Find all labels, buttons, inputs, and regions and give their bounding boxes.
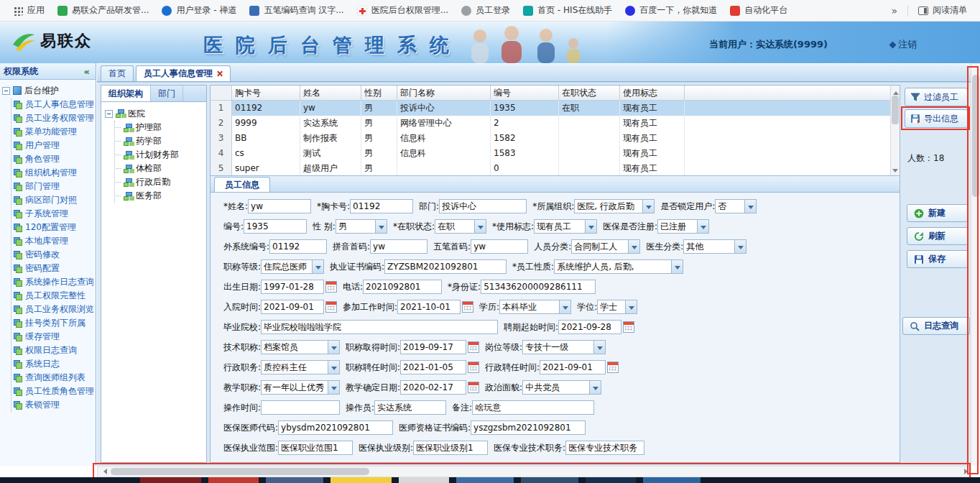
sidebar-item[interactable]: 员工权限完整性: [14, 289, 93, 303]
sidebar-item[interactable]: 密码配置: [14, 262, 93, 275]
column-header[interactable]: 部门名称: [397, 86, 491, 100]
column-header[interactable]: 胸卡号: [232, 86, 300, 100]
taskbar-window-preview[interactable]: [266, 477, 323, 483]
bookmark-item[interactable]: 百度一下，你就知道: [619, 2, 723, 19]
column-header[interactable]: 在职状态: [559, 86, 620, 100]
page-vertical-scrollbar[interactable]: [971, 63, 980, 466]
table-vertical-scrollbar[interactable]: [890, 86, 900, 175]
dropdown-arrow-icon[interactable]: [375, 220, 387, 233]
dropdown-arrow-icon[interactable]: [628, 240, 639, 253]
dropdown-arrow-icon[interactable]: [328, 361, 339, 374]
column-header[interactable]: 性别: [361, 86, 397, 100]
text-input[interactable]: [471, 239, 528, 254]
combo-field[interactable]: 中共党员: [522, 380, 601, 395]
date-input[interactable]: [400, 340, 466, 354]
dropdown-arrow-icon[interactable]: [585, 220, 596, 233]
table-row[interactable]: 4cs测试男信息科1583现有员工: [211, 146, 900, 161]
sidebar-item[interactable]: 系统操作日志查询: [14, 275, 93, 289]
combo-field[interactable]: 住院总医师: [261, 259, 324, 274]
sidebar-item[interactable]: 组织机构管理: [14, 166, 93, 180]
sidebar-item[interactable]: 病区部门对照: [14, 193, 93, 207]
org-root-node[interactable]: 医院: [105, 106, 203, 121]
text-input[interactable]: [248, 199, 311, 213]
bookmark-item[interactable]: 员工登录: [456, 2, 516, 19]
taskbar-window-preview[interactable]: [586, 477, 636, 483]
scroll-left-arrow-icon[interactable]: [98, 466, 108, 477]
bookmark-item[interactable]: 易联众产品研发管...: [52, 2, 154, 19]
sidebar-item[interactable]: 权限日志查询: [14, 344, 93, 357]
sidebar-item[interactable]: 120配置管理: [14, 221, 93, 234]
combo-field[interactable]: 已注册: [657, 219, 709, 234]
dropdown-arrow-icon[interactable]: [744, 200, 756, 213]
combo-field[interactable]: 本科毕业: [499, 300, 571, 314]
collapse-expander-icon[interactable]: [105, 110, 113, 118]
sidebar-collapse-button[interactable]: «: [82, 66, 92, 77]
combo-field[interactable]: 医院, 行政后勤: [574, 199, 655, 213]
date-input[interactable]: [558, 320, 621, 334]
combo-field[interactable]: 学士: [597, 300, 637, 314]
bookmark-item[interactable]: 医院后台权限管理...: [351, 2, 454, 19]
calendar-icon[interactable]: [607, 362, 619, 373]
text-input[interactable]: [472, 400, 594, 415]
calendar-icon[interactable]: [462, 301, 473, 313]
sidebar-item[interactable]: 员工业务权限浏览: [14, 303, 93, 316]
text-input[interactable]: [363, 280, 442, 294]
taskbar-window-preview[interactable]: [521, 477, 578, 483]
bookmark-item[interactable]: 应用: [7, 2, 50, 19]
taskbar-window-preview[interactable]: [140, 477, 201, 483]
org-tree-item[interactable]: 行政后勤: [116, 175, 203, 189]
sidebar-item[interactable]: 员工人事信息管理: [14, 98, 93, 111]
dropdown-arrow-icon[interactable]: [328, 341, 339, 354]
combo-field[interactable]: 合同制工人: [571, 239, 640, 254]
table-row[interactable]: 29999实达系统男网络管理中心2现有员工: [211, 116, 900, 131]
new-button[interactable]: 新建: [907, 204, 969, 222]
dropdown-arrow-icon[interactable]: [593, 341, 605, 354]
date-input[interactable]: [397, 300, 461, 314]
combo-field[interactable]: 否: [715, 199, 757, 213]
date-input[interactable]: [400, 380, 466, 395]
tab-home[interactable]: 首页: [101, 65, 134, 81]
column-header[interactable]: 使用标志: [620, 86, 685, 100]
dropdown-arrow-icon[interactable]: [625, 300, 637, 313]
org-tree-item[interactable]: 计划财务部: [116, 148, 203, 162]
calendar-icon[interactable]: [325, 301, 337, 313]
text-input[interactable]: [269, 239, 327, 254]
tab-org-structure[interactable]: 组织架构: [101, 86, 151, 101]
close-icon[interactable]: [216, 70, 223, 77]
text-input[interactable]: [278, 420, 393, 435]
sidebar-item[interactable]: 系统日志: [14, 357, 93, 371]
taskbar-window-preview[interactable]: [330, 477, 392, 483]
date-input[interactable]: [261, 280, 324, 294]
dropdown-arrow-icon[interactable]: [312, 260, 323, 273]
sidebar-item[interactable]: 菜单功能管理: [14, 125, 93, 139]
sidebar-item[interactable]: 角色管理: [14, 152, 93, 166]
text-input[interactable]: [384, 259, 507, 274]
text-input[interactable]: [261, 320, 498, 334]
scrollbar-thumb[interactable]: [892, 96, 899, 124]
combo-field[interactable]: 档案馆员: [261, 340, 340, 354]
scrollbar-thumb[interactable]: [111, 468, 369, 475]
table-row[interactable]: 3BB制作报表男信息科1582现有员工: [211, 131, 900, 146]
bookmark-item[interactable]: 用户登录 - 禅道: [156, 2, 242, 19]
column-header[interactable]: 姓名: [300, 86, 361, 100]
reading-list-button[interactable]: 阅读清单: [912, 2, 973, 19]
taskbar-window-preview[interactable]: [643, 477, 701, 483]
calendar-icon[interactable]: [468, 382, 479, 393]
calendar-icon[interactable]: [623, 321, 634, 333]
filter-employee-button[interactable]: 过滤员工: [905, 88, 968, 106]
text-input[interactable]: [278, 441, 353, 455]
dropdown-arrow-icon[interactable]: [671, 260, 683, 273]
calendar-icon[interactable]: [468, 362, 479, 373]
sidebar-item[interactable]: 密码修改: [14, 248, 93, 262]
dropdown-arrow-icon[interactable]: [474, 220, 486, 233]
column-header[interactable]: 编号: [491, 86, 559, 100]
org-tree-item[interactable]: 药学部: [116, 134, 203, 148]
text-input[interactable]: [374, 400, 446, 415]
sidebar-item[interactable]: 查询医师组列表: [14, 371, 93, 385]
save-button[interactable]: 保存: [907, 250, 969, 268]
bookmark-item[interactable]: 自动化平台: [724, 2, 793, 19]
table-row[interactable]: 101192yw男投诉中心1935在职现有员工: [211, 101, 900, 116]
dropdown-arrow-icon[interactable]: [589, 381, 601, 394]
combo-field[interactable]: 现有员工: [534, 219, 597, 234]
sidebar-item[interactable]: 表锁管理: [14, 398, 93, 412]
